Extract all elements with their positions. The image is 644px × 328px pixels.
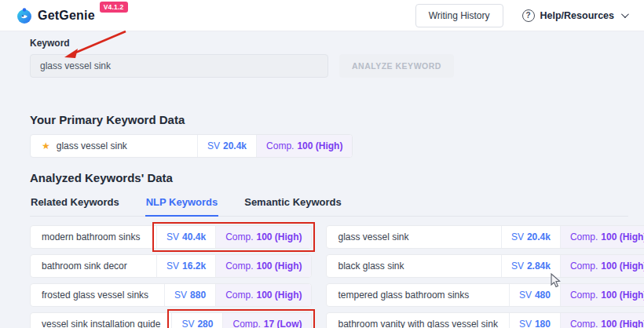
keyword-row[interactable]: frosted glass vessel sinks SV880 Comp.10… — [30, 283, 312, 307]
keyword-row[interactable]: black glass sink SV2.84k Comp.100 (High) — [326, 254, 644, 278]
keyword-row[interactable]: bathroom vanity with glass vessel sink S… — [326, 312, 644, 328]
primary-keyword-row: ★ glass vessel sink SV20.4k Comp.100 (Hi… — [30, 134, 353, 158]
sv-value: SV2.84k — [501, 255, 560, 277]
sv-value: SV880 — [164, 284, 215, 306]
primary-keyword-text: glass vessel sink — [57, 140, 127, 151]
star-icon: ★ — [42, 140, 50, 151]
brand-name: GetGenie — [38, 7, 95, 24]
comp-value: Comp.100 (High) — [215, 226, 311, 248]
annotation-red-box: SV40.4k Comp.100 (High) — [156, 226, 311, 248]
comp-value: Comp.100 (High) — [215, 284, 311, 306]
keyword-tabs: Related Keywords NLP Keywords Semantic K… — [30, 196, 628, 217]
help-question-icon: ? — [522, 9, 535, 22]
keyword-row[interactable]: bathroom sink decor SV16.2k Comp.100 (Hi… — [30, 254, 312, 278]
sv-value: SV20.4k — [501, 226, 560, 248]
keyword-row[interactable]: glass vessel sink SV20.4k Comp.100 (High… — [326, 225, 644, 249]
primary-comp-value: Comp.100 (High) — [256, 135, 352, 157]
keyword-label: Keyword — [30, 38, 628, 49]
keyword-input[interactable] — [30, 54, 328, 78]
main-content: Keyword ANALYZE KEYWORD Your Primary Key… — [0, 31, 644, 328]
help-resources-menu[interactable]: ? Help/Resources — [522, 9, 627, 22]
keyword-row[interactable]: vessel sink installation guide SV280 Com… — [30, 312, 312, 328]
keyword-row[interactable]: modern bathroom sinks SV40.4k Comp.100 (… — [30, 225, 312, 249]
comp-value: Comp.100 (High) — [560, 284, 644, 306]
primary-sv-value: SV20.4k — [197, 135, 256, 157]
writing-history-button[interactable]: Writing History — [415, 4, 503, 27]
annotation-red-box: SV280 Comp.17 (Low) — [171, 313, 311, 328]
sv-value: SV40.4k — [156, 226, 215, 248]
sv-value: SV480 — [509, 284, 560, 306]
sv-value: SV180 — [509, 313, 560, 328]
sv-value: SV280 — [171, 313, 222, 328]
analyzed-keywords-title: Analyzed Keywords' Data — [30, 171, 628, 184]
comp-value: Comp.100 (High) — [560, 255, 644, 277]
getgenie-logo-icon — [16, 7, 33, 24]
tab-nlp-keywords[interactable]: NLP Keywords — [145, 196, 219, 217]
tab-related-keywords[interactable]: Related Keywords — [30, 196, 120, 216]
tab-semantic-keywords[interactable]: Semantic Keywords — [243, 196, 342, 216]
comp-value: Comp.100 (High) — [560, 313, 644, 328]
keyword-row[interactable]: tempered glass bathroom sinks SV480 Comp… — [326, 283, 644, 307]
help-resources-label: Help/Resources — [540, 10, 614, 21]
comp-value: Comp.100 (High) — [215, 255, 311, 277]
primary-keyword-data-title: Your Primary Keyword Data — [30, 113, 628, 126]
getgenie-logo[interactable]: GetGenie V4.1.2 — [16, 7, 128, 24]
sv-value: SV16.2k — [156, 255, 215, 277]
chevron-down-icon — [621, 10, 629, 18]
comp-value: Comp.17 (Low) — [222, 313, 311, 328]
analyze-keyword-button[interactable]: ANALYZE KEYWORD — [339, 54, 454, 78]
version-badge: V4.1.2 — [100, 2, 128, 13]
comp-value: Comp.100 (High) — [560, 226, 644, 248]
keyword-results-grid: modern bathroom sinks SV40.4k Comp.100 (… — [30, 225, 628, 328]
top-bar: GetGenie V4.1.2 Writing History ? Help/R… — [0, 0, 644, 31]
